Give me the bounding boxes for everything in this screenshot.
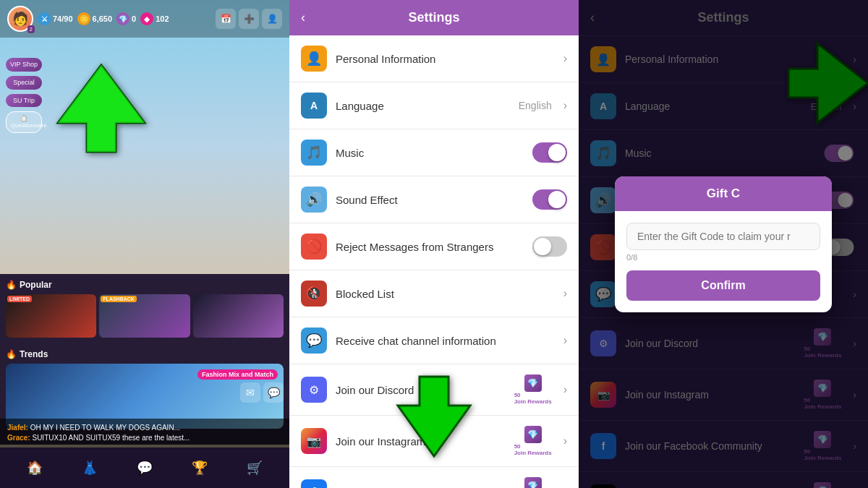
avatar-wrapper: 🧑 2	[7, 6, 33, 32]
popular-card-2[interactable]: FLASHBACK	[99, 294, 190, 338]
discord-icon: ⚙	[301, 377, 327, 403]
chat-channel-chevron: ›	[563, 334, 567, 347]
left-sidebar: VIP Shop Special SU Trip 📋 Questionnaire	[6, 58, 42, 133]
personal-info-icon: 👤	[301, 46, 327, 72]
nav-characters[interactable]: 👗	[81, 459, 98, 476]
instagram-reward: 💎 50Join Rewards	[514, 426, 552, 456]
gift-modal-overlay[interactable]: Gift C 0/8 Confirm	[579, 0, 868, 488]
green-arrow-upleft	[51, 58, 152, 162]
settings-language[interactable]: A Language English ›	[289, 82, 579, 129]
popular-section: 🔥 Popular LIMITED FLASHBACK	[0, 274, 289, 343]
settings-instagram[interactable]: 📷 Join our Instagram 💎 50Join Rewards ›	[289, 416, 579, 467]
diamonds-stat: ◆ 102	[140, 12, 169, 25]
popular-card-3[interactable]	[193, 294, 284, 338]
vip-shop-button[interactable]: VIP Shop	[6, 58, 42, 72]
chat-button[interactable]: 💬	[263, 382, 284, 403]
settings-music[interactable]: 🎵 Music	[289, 129, 579, 176]
settings-personal-info[interactable]: 👤 Personal Information ›	[289, 35, 579, 82]
language-icon: A	[301, 93, 327, 119]
diamonds-icon: ◆	[140, 12, 153, 25]
coins-stat: 🪙 6,650	[77, 12, 113, 25]
settings-reject-messages[interactable]: 🚫 Reject Messages from Strangers	[289, 223, 579, 270]
instagram-icon: 📷	[301, 428, 327, 454]
instagram-chevron: ›	[563, 435, 567, 448]
home-icon: 🏠	[26, 459, 43, 476]
sound-effect-toggle-knob	[548, 191, 566, 208]
characters-icon: 👗	[81, 459, 98, 476]
blocked-list-icon: 🚷	[301, 281, 327, 307]
language-chevron: ›	[563, 99, 567, 112]
nav-home[interactable]: 🏠	[26, 459, 43, 476]
reject-messages-label: Reject Messages from Strangers	[336, 241, 524, 253]
svg-marker-1	[58, 65, 145, 152]
settings-header: ‹ Settings	[289, 0, 579, 35]
popular-card-1[interactable]: LIMITED	[6, 294, 96, 338]
nav-chat[interactable]: 💬	[136, 459, 153, 476]
right-panel: ‹ Settings 👤 Personal Information › A La…	[579, 0, 868, 488]
special-button[interactable]: Special	[6, 76, 42, 90]
popular-title: 🔥 Popular	[6, 280, 284, 290]
facebook-icon: f	[301, 479, 327, 488]
svg-marker-0	[58, 65, 145, 152]
shop-icon: 🛒	[246, 459, 263, 476]
settings-discord[interactable]: ⚙ Join our Discord 💎 50Join Rewards ›	[289, 364, 579, 416]
nav-rewards[interactable]: 🏆	[191, 459, 208, 476]
discord-chevron: ›	[563, 383, 567, 396]
questionnaire-button[interactable]: 📋 Questionnaire	[6, 111, 42, 132]
gift-modal-title: Gift C	[615, 176, 832, 211]
music-toggle[interactable]	[532, 142, 567, 163]
sound-effect-icon: 🔊	[301, 187, 327, 213]
chat-actions: ✉ 💬	[240, 382, 284, 403]
top-right-buttons: 📅 ➕ 👤	[216, 9, 282, 29]
coins-icon: 🪙	[77, 12, 90, 25]
chat-channel-icon: 💬	[301, 328, 327, 354]
gems-stat: 💎 0	[116, 12, 136, 25]
chat-line-1: Jiafel: OH MY I NEED TO WALK MY DOGS AGA…	[7, 423, 282, 433]
settings-list: 👤 Personal Information › A Language Engl…	[289, 35, 579, 488]
settings-facebook[interactable]: f Join our Facebook Community 💎 50Join R…	[289, 467, 579, 488]
instagram-label: Join our Instagram	[336, 435, 506, 448]
bottom-nav: 🏠 👗 💬 🏆 🛒	[0, 448, 289, 488]
mail-button[interactable]: ✉	[240, 382, 260, 403]
settings-sound-effect[interactable]: 🔊 Sound Effect	[289, 176, 579, 223]
settings-chat-channel[interactable]: 💬 Receive chat channel information ›	[289, 317, 579, 364]
reject-messages-icon: 🚫	[301, 234, 327, 260]
level-stat: ⚔ 74/90	[38, 12, 73, 25]
middle-panel: ‹ Settings 👤 Personal Information › A La…	[289, 0, 579, 488]
level-icon: ⚔	[38, 12, 51, 25]
calendar-button[interactable]: 📅	[216, 9, 236, 29]
settings-blocked-list[interactable]: 🚷 Blocked List ›	[289, 270, 579, 317]
chat-bar: Jiafel: OH MY I NEED TO WALK MY DOGS AGA…	[0, 419, 289, 448]
trends-title: 🔥 Trends	[6, 349, 284, 359]
discord-label: Join our Discord	[336, 384, 506, 396]
music-label: Music	[336, 147, 524, 159]
su-trip-button[interactable]: SU Trip	[6, 94, 42, 108]
top-bar: 🧑 2 ⚔ 74/90 🪙 6,650 💎 0 ◆ 102 📅 ➕ 👤	[0, 0, 289, 38]
back-button[interactable]: ‹	[301, 10, 305, 25]
music-icon: 🎵	[301, 140, 327, 166]
gift-confirm-button[interactable]: Confirm	[626, 270, 820, 301]
rewards-icon: 🏆	[191, 459, 208, 476]
blocked-list-label: Blocked List	[336, 288, 555, 300]
chat-channel-label: Receive chat channel information	[336, 335, 555, 347]
blocked-list-chevron: ›	[563, 287, 567, 300]
chat-line-2: Grace: SUITUX10 AND SUITUX59 these are t…	[7, 433, 282, 443]
chat-nav-icon: 💬	[136, 459, 153, 476]
sound-effect-toggle[interactable]	[532, 189, 567, 210]
music-toggle-knob	[548, 144, 566, 161]
reject-messages-toggle-knob	[534, 238, 551, 255]
sound-effect-label: Sound Effect	[336, 194, 524, 206]
discord-reward: 💎 50Join Rewards	[514, 374, 552, 405]
gems-icon: 💎	[116, 12, 129, 25]
reject-messages-toggle[interactable]	[532, 236, 567, 257]
level-badge: 2	[27, 25, 35, 33]
personal-info-chevron: ›	[563, 52, 567, 65]
nav-shop[interactable]: 🛒	[246, 459, 263, 476]
settings-title: Settings	[408, 10, 459, 25]
person-button[interactable]: 👤	[262, 9, 282, 29]
gift-modal: Gift C 0/8 Confirm	[615, 176, 832, 312]
gift-code-input[interactable]	[626, 223, 820, 250]
personal-info-label: Personal Information	[336, 53, 555, 65]
plus-button[interactable]: ➕	[239, 9, 259, 29]
language-label: Language	[336, 100, 510, 112]
